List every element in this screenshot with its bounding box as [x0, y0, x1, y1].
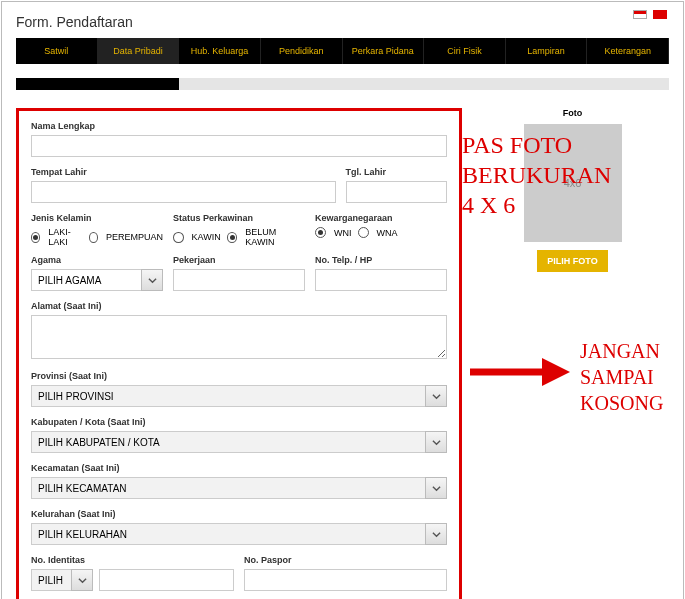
input-noid[interactable] — [99, 569, 234, 591]
tab-ciri-fisik[interactable]: Ciri Fisik — [424, 38, 506, 64]
label-telp: No. Telp. / HP — [315, 255, 447, 265]
page-title: Form. Pendaftaran — [2, 2, 683, 38]
select-kab[interactable] — [31, 431, 447, 453]
label-prov: Provinsi (Saat Ini) — [31, 371, 447, 381]
pilih-foto-button[interactable]: PILIH FOTO — [537, 250, 607, 272]
label-tgl: Tgl. Lahir — [346, 167, 448, 177]
radio-wna[interactable] — [358, 227, 369, 238]
chevron-down-icon[interactable] — [425, 523, 447, 545]
select-prov[interactable] — [31, 385, 447, 407]
input-nama[interactable] — [31, 135, 447, 157]
tab-pendidikan[interactable]: Pendidikan — [261, 38, 343, 64]
foto-placeholder[interactable]: 4x6 — [524, 124, 622, 242]
label-alamat: Alamat (Saat Ini) — [31, 301, 447, 311]
label-kab: Kabupaten / Kota (Saat Ini) — [31, 417, 447, 427]
label-agama: Agama — [31, 255, 163, 265]
chevron-down-icon[interactable] — [71, 569, 93, 591]
tab-keterangan[interactable]: Keterangan — [587, 38, 669, 64]
label-foto: Foto — [476, 108, 669, 118]
label-jk: Jenis Kelamin — [31, 213, 163, 223]
radio-kawin[interactable] — [173, 232, 184, 243]
progress-bar — [16, 78, 669, 90]
input-telp[interactable] — [315, 269, 447, 291]
flag-en-icon[interactable] — [653, 10, 667, 19]
chevron-down-icon[interactable] — [425, 477, 447, 499]
select-kec[interactable] — [31, 477, 447, 499]
input-tgl[interactable] — [346, 181, 448, 203]
label-pekerjaan: Pekerjaan — [173, 255, 305, 265]
tab-satwil[interactable]: Satwil — [16, 38, 98, 64]
foto-panel: Foto 4x6 PILIH FOTO — [476, 108, 669, 599]
input-pekerjaan[interactable] — [173, 269, 305, 291]
tab-data-pribadi[interactable]: Data Pribadi — [98, 38, 180, 64]
label-nama: Nama Lengkap — [31, 121, 447, 131]
chevron-down-icon[interactable] — [425, 431, 447, 453]
flag-id-icon[interactable] — [633, 10, 647, 19]
chevron-down-icon[interactable] — [425, 385, 447, 407]
tab-perkara-pidana[interactable]: Perkara Pidana — [343, 38, 425, 64]
label-tempat: Tempat Lahir — [31, 167, 336, 177]
form-main: Nama Lengkap Tempat Lahir Tgl. Lahir Jen… — [16, 108, 462, 599]
label-kec: Kecamatan (Saat Ini) — [31, 463, 447, 473]
tab-hub-keluarga[interactable]: Hub. Keluarga — [179, 38, 261, 64]
textarea-alamat[interactable] — [31, 315, 447, 359]
chevron-down-icon[interactable] — [141, 269, 163, 291]
label-status: Status Perkawinan — [173, 213, 305, 223]
input-tempat[interactable] — [31, 181, 336, 203]
label-kwn: Kewarganegaraan — [315, 213, 447, 223]
radio-laki[interactable] — [31, 232, 40, 243]
label-kel: Kelurahan (Saat Ini) — [31, 509, 447, 519]
label-paspor: No. Paspor — [244, 555, 447, 565]
select-kel[interactable] — [31, 523, 447, 545]
input-paspor[interactable] — [244, 569, 447, 591]
tab-bar: Satwil Data Pribadi Hub. Keluarga Pendid… — [16, 38, 669, 64]
label-noid: No. Identitas — [31, 555, 234, 565]
radio-belum-kawin[interactable] — [227, 232, 238, 243]
radio-perempuan[interactable] — [89, 232, 98, 243]
tab-lampiran[interactable]: Lampiran — [506, 38, 588, 64]
radio-wni[interactable] — [315, 227, 326, 238]
